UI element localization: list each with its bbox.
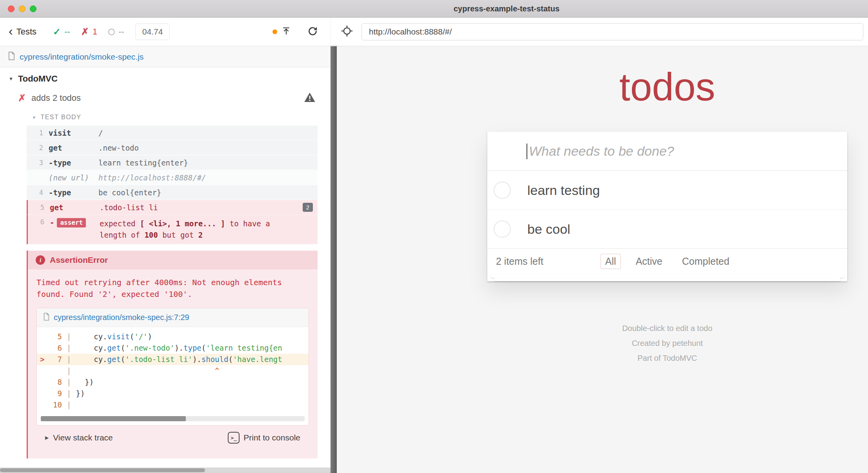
assert-message: expected [ <li>, 1 more... ] to have a l… bbox=[100, 218, 296, 241]
selector-playground-button[interactable] bbox=[341, 25, 353, 38]
command-number: 1 bbox=[27, 129, 49, 137]
command-message: http://localhost:8888/#/ bbox=[98, 173, 313, 182]
main-split: cypress/integration/smoke-spec.js ▼ Todo… bbox=[0, 46, 868, 473]
spec-file-link[interactable]: cypress/integration/smoke-spec.js bbox=[20, 52, 143, 62]
info-part-of: Part of TodoMVC bbox=[487, 351, 847, 366]
passed-value: -- bbox=[64, 27, 70, 37]
scrollbar-thumb[interactable] bbox=[41, 416, 186, 421]
code-frame-file-link[interactable]: cypress/integration/smoke-spec.js:7:29 bbox=[54, 313, 189, 322]
command-message: .new-todo bbox=[98, 144, 313, 152]
command-message: be cool{enter} bbox=[98, 188, 313, 197]
todo-app-card: What needs to be done? learn testing be … bbox=[487, 132, 847, 281]
filter-active[interactable]: Active bbox=[631, 254, 667, 269]
error-name: AssertionError bbox=[50, 255, 108, 265]
auto-scroll-toggle[interactable] bbox=[272, 26, 291, 37]
paper-stack-layer bbox=[494, 278, 840, 281]
reporter-horizontal-scrollbar[interactable] bbox=[0, 468, 330, 473]
command-row-type[interactable]: 3 -type learn testing{enter} bbox=[27, 155, 318, 170]
code-line: 9|}) bbox=[37, 388, 309, 399]
crosshair-icon bbox=[341, 25, 353, 38]
check-icon: ✓ bbox=[53, 26, 61, 37]
command-message: learn testing{enter} bbox=[98, 158, 313, 167]
refresh-tests-button[interactable] bbox=[307, 26, 318, 38]
command-log-panel: cypress/integration/smoke-spec.js ▼ Todo… bbox=[0, 46, 330, 473]
code-frame-body: 5| cy.visit('/') 6| cy.get('.new-todo').… bbox=[37, 327, 309, 413]
command-row-visit[interactable]: 1 visit / bbox=[27, 126, 318, 140]
author-link[interactable]: petehunt bbox=[672, 339, 703, 347]
warning-icon bbox=[304, 92, 316, 104]
code-line: 8| }) bbox=[37, 377, 309, 388]
command-row-new-url[interactable]: (new url) http://localhost:8888/#/ bbox=[27, 170, 318, 185]
command-row-type[interactable]: 4 -type be cool{enter} bbox=[27, 185, 318, 200]
suite-title: TodoMVC bbox=[18, 74, 58, 84]
command-row-get-failed[interactable]: 5 get .todo-list li 2 bbox=[27, 200, 318, 215]
reporter-toolbar: ‹ Tests ✓ -- ✗ 1 -- 04.74 bbox=[0, 18, 330, 46]
close-window-button[interactable] bbox=[8, 5, 15, 12]
command-row-get[interactable]: 2 get .new-todo bbox=[27, 140, 318, 155]
todomvc-link[interactable]: TodoMVC bbox=[663, 354, 697, 362]
window-title: cypress-example-test-status bbox=[454, 4, 559, 13]
scrollbar-thumb[interactable] bbox=[0, 468, 205, 472]
code-line-highlighted: >7| cy.get('.todo-list li').should('have… bbox=[37, 354, 309, 365]
command-row-assert-failed[interactable]: 6 - assert expected [ <li>, 1 more... ] … bbox=[27, 215, 318, 244]
todo-toggle-checkbox[interactable] bbox=[494, 182, 511, 199]
panel-resizer[interactable] bbox=[330, 46, 337, 473]
traffic-lights bbox=[8, 0, 36, 17]
view-stack-trace-toggle[interactable]: ▶ View stack trace bbox=[45, 433, 113, 442]
code-frame: cypress/integration/smoke-spec.js:7:29 5… bbox=[36, 308, 309, 426]
info-credits: Created by petehunt bbox=[487, 336, 847, 351]
chevron-right-icon: ▶ bbox=[45, 435, 49, 440]
error-body: Timed out retrying after 4000ms: Not eno… bbox=[28, 269, 318, 458]
spec-header: cypress/integration/smoke-spec.js bbox=[0, 46, 330, 67]
todo-filters: All Active Completed bbox=[601, 254, 734, 269]
filter-all[interactable]: All bbox=[601, 254, 621, 269]
command-method: (new url) bbox=[49, 173, 98, 182]
error-footer: ▶ View stack trace >_ Print to console bbox=[36, 426, 309, 451]
paper-stack-layer bbox=[491, 274, 844, 278]
todo-item: learn testing bbox=[487, 171, 847, 209]
print-to-console-label: Print to console bbox=[243, 433, 300, 442]
code-line-caret: | ^ bbox=[37, 365, 309, 377]
command-method: visit bbox=[49, 129, 98, 137]
command-method: get bbox=[49, 144, 98, 152]
new-todo-input[interactable]: What needs to be done? bbox=[487, 132, 847, 171]
code-line: 5| cy.visit('/') bbox=[37, 331, 309, 342]
code-line: 10| bbox=[37, 399, 309, 411]
filter-completed[interactable]: Completed bbox=[677, 254, 734, 269]
todo-app-info: Double-click to edit a todo Created by p… bbox=[487, 321, 847, 366]
command-method: get bbox=[50, 203, 100, 212]
url-bar[interactable] bbox=[361, 23, 863, 40]
print-to-console-button[interactable]: >_ Print to console bbox=[228, 432, 300, 444]
failed-count: ✗ 1 bbox=[81, 26, 97, 37]
command-number: 4 bbox=[27, 189, 49, 196]
code-frame-horizontal-scrollbar[interactable] bbox=[41, 416, 305, 421]
pending-value: -- bbox=[118, 27, 124, 37]
refresh-icon bbox=[307, 26, 318, 38]
command-number: 6 bbox=[28, 218, 50, 226]
scroll-to-top-icon bbox=[281, 26, 291, 37]
command-method: -type bbox=[49, 158, 98, 167]
back-to-tests-button[interactable]: ‹ Tests bbox=[9, 27, 36, 37]
pending-circle-icon bbox=[108, 29, 115, 35]
todo-label[interactable]: be cool bbox=[527, 222, 570, 237]
element-count-badge: 2 bbox=[303, 203, 313, 212]
todo-footer: 2 items left All Active Completed bbox=[487, 248, 847, 274]
test-body-label: TEST BODY bbox=[40, 114, 81, 121]
assert-pill: assert bbox=[57, 218, 86, 227]
test-body-section-toggle[interactable]: ▼ TEST BODY bbox=[32, 114, 330, 121]
minimize-window-button[interactable] bbox=[19, 5, 25, 12]
passed-count: ✓ -- bbox=[53, 26, 70, 37]
test-adds-2-todos[interactable]: ✗ adds 2 todos bbox=[18, 92, 316, 104]
app-under-test: todos What needs to be done? learn testi… bbox=[337, 46, 868, 473]
toolbar: ‹ Tests ✓ -- ✗ 1 -- 04.74 bbox=[0, 18, 868, 46]
chevron-down-icon: ▼ bbox=[32, 115, 36, 120]
todo-label[interactable]: learn testing bbox=[527, 183, 600, 198]
todo-toggle-checkbox[interactable] bbox=[494, 220, 511, 238]
zoom-window-button[interactable] bbox=[30, 5, 36, 12]
items-left-count: 2 items left bbox=[496, 256, 543, 267]
suite-todomvc[interactable]: ▼ TodoMVC bbox=[9, 74, 330, 84]
todos-app-title: todos bbox=[487, 65, 847, 108]
test-failed-icon: ✗ bbox=[18, 93, 26, 104]
error-header: i AssertionError bbox=[28, 251, 318, 269]
terminal-icon: >_ bbox=[228, 432, 240, 444]
